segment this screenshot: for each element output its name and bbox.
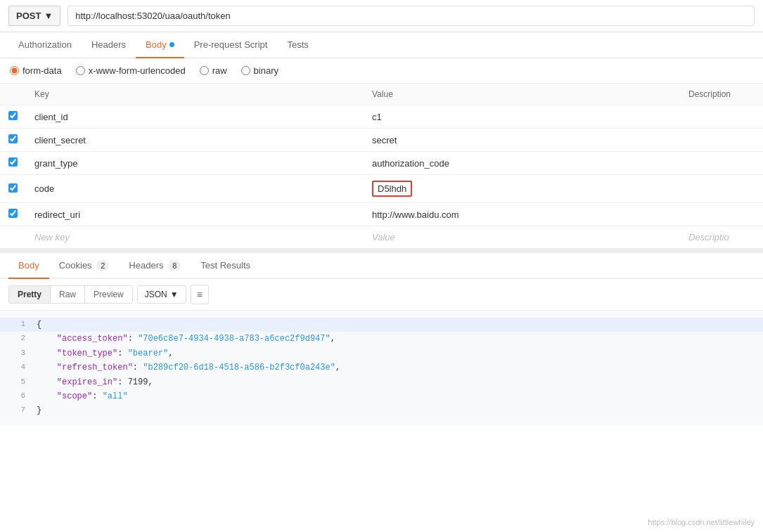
request-tabs: Authorization Headers Body Pre-request S…	[0, 32, 763, 58]
row4-value[interactable]: D5lhdh	[364, 175, 680, 203]
row4-desc	[680, 175, 763, 203]
json-brace-close: }	[37, 403, 41, 417]
json-line-6: 6 "scope": "all"	[0, 389, 763, 403]
body-type-row: form-data x-www-form-urlencoded raw bina…	[0, 58, 763, 84]
row2-value[interactable]: secret	[364, 129, 680, 152]
placeholder-desc: Descriptio	[680, 226, 763, 249]
row5-checkbox[interactable]	[8, 209, 18, 218]
col-description: Description	[680, 84, 763, 105]
response-toolbar: Pretty Raw Preview JSON ▼ ≡	[0, 279, 763, 311]
radio-raw-label: raw	[212, 65, 227, 76]
response-tab-body-label: Body	[18, 260, 39, 271]
tab-authorization[interactable]: Authorization	[8, 32, 82, 58]
row3-value[interactable]: authorization_code	[364, 152, 680, 175]
tab-headers[interactable]: Headers	[82, 32, 136, 58]
json-response-area: 1 { 2 "access_token": "70e6c8e7-4934-493…	[0, 311, 763, 425]
radio-binary[interactable]: binary	[241, 65, 278, 76]
format-button-group: Pretty Raw Preview	[8, 285, 133, 304]
json-brace-open: {	[37, 318, 41, 332]
json-content-3: "token_type": "bearer",	[37, 346, 173, 361]
line-num-7: 7	[6, 403, 25, 417]
radio-urlencoded-label: x-www-form-urlencoded	[89, 65, 186, 76]
response-tab-body[interactable]: Body	[8, 253, 49, 279]
row2-checkbox[interactable]	[8, 134, 18, 143]
col-value: Value	[364, 84, 680, 105]
line-num-4: 4	[6, 361, 25, 375]
format-preview-button[interactable]: Preview	[85, 286, 132, 303]
table-row: grant_type authorization_code	[0, 152, 763, 175]
radio-form-data[interactable]: form-data	[10, 65, 62, 76]
chevron-down-icon: ▼	[44, 11, 53, 21]
json-format-dropdown[interactable]: JSON ▼	[137, 285, 186, 304]
tab-prerequest[interactable]: Pre-request Script	[184, 32, 278, 58]
json-content-5: "expires_in": 7199,	[37, 375, 153, 389]
tab-body-label: Body	[146, 39, 167, 50]
json-line-5: 5 "expires_in": 7199,	[0, 375, 763, 389]
line-num-2: 2	[6, 332, 25, 346]
json-content-4: "refresh_token": "b289cf20-6d18-4518-a58…	[37, 361, 340, 375]
json-format-label: JSON	[145, 290, 167, 299]
row4-checkbox[interactable]	[8, 183, 18, 193]
table-row: client_secret secret	[0, 129, 763, 152]
row1-desc	[680, 105, 763, 129]
table-row: code D5lhdh	[0, 175, 763, 203]
wrap-button[interactable]: ≡	[191, 285, 209, 304]
chevron-down-icon: ▼	[170, 290, 179, 299]
headers-badge: 8	[168, 261, 181, 271]
params-table: Key Value Description client_id c1 clien…	[0, 84, 763, 249]
row4-key[interactable]: code	[26, 175, 364, 203]
row3-key[interactable]: grant_type	[26, 152, 364, 175]
tab-prerequest-label: Pre-request Script	[194, 39, 268, 50]
json-line-2: 2 "access_token": "70e6c8e7-4934-4938-a7…	[0, 332, 763, 346]
tab-body[interactable]: Body	[136, 32, 184, 58]
method-dropdown[interactable]: POST ▼	[8, 6, 60, 26]
col-key: Key	[26, 84, 364, 105]
row1-checkbox[interactable]	[8, 111, 18, 120]
json-content-6: "scope": "all"	[37, 389, 128, 403]
response-tabs: Body Cookies 2 Headers 8 Test Results	[0, 253, 763, 279]
top-bar: POST ▼	[0, 0, 763, 32]
json-line-3: 3 "token_type": "bearer",	[0, 346, 763, 361]
tab-tests-label: Tests	[287, 39, 308, 50]
response-tab-headers-label: Headers	[129, 260, 163, 271]
row5-key[interactable]: redirect_uri	[26, 203, 364, 226]
json-line-7: 7 }	[0, 403, 763, 417]
line-num-5: 5	[6, 375, 25, 389]
row1-value[interactable]: c1	[364, 105, 680, 129]
radio-form-data-label: form-data	[23, 65, 62, 76]
url-input[interactable]	[68, 6, 755, 26]
app-container: POST ▼ Authorization Headers Body Pre-re…	[0, 0, 763, 532]
tab-headers-label: Headers	[91, 39, 126, 50]
row2-desc	[680, 129, 763, 152]
placeholder-key[interactable]: New key	[26, 226, 364, 249]
col-checkbox	[0, 84, 26, 105]
response-tab-testresults-label: Test Results	[200, 260, 250, 271]
json-line-4: 4 "refresh_token": "b289cf20-6d18-4518-a…	[0, 361, 763, 375]
row2-key[interactable]: client_secret	[26, 129, 364, 152]
tab-tests[interactable]: Tests	[277, 32, 318, 58]
response-tab-cookies[interactable]: Cookies 2	[49, 253, 120, 279]
radio-urlencoded[interactable]: x-www-form-urlencoded	[76, 65, 186, 76]
table-row: client_id c1	[0, 105, 763, 129]
line-num-6: 6	[6, 389, 25, 403]
body-active-dot	[169, 42, 174, 47]
row3-desc	[680, 152, 763, 175]
row5-value[interactable]: http://www.baidu.com	[364, 203, 680, 226]
line-num-3: 3	[6, 346, 25, 361]
cookies-badge: 2	[96, 261, 109, 271]
table-row: redirect_uri http://www.baidu.com	[0, 203, 763, 226]
json-content-2: "access_token": "70e6c8e7-4934-4938-a783…	[37, 332, 335, 346]
response-tab-testresults[interactable]: Test Results	[191, 253, 260, 279]
placeholder-value[interactable]: Value	[364, 226, 680, 249]
row3-checkbox[interactable]	[8, 157, 18, 167]
radio-raw[interactable]: raw	[200, 65, 227, 76]
radio-binary-label: binary	[254, 65, 278, 76]
response-tab-headers[interactable]: Headers 8	[119, 253, 191, 279]
watermark: https://blog.csdn.net/littlewhiley	[648, 518, 755, 526]
response-tab-cookies-label: Cookies	[59, 260, 92, 271]
method-label: POST	[16, 11, 41, 21]
row1-key[interactable]: client_id	[26, 105, 364, 129]
format-pretty-button[interactable]: Pretty	[9, 286, 51, 303]
format-raw-button[interactable]: Raw	[51, 286, 85, 303]
row5-desc	[680, 203, 763, 226]
